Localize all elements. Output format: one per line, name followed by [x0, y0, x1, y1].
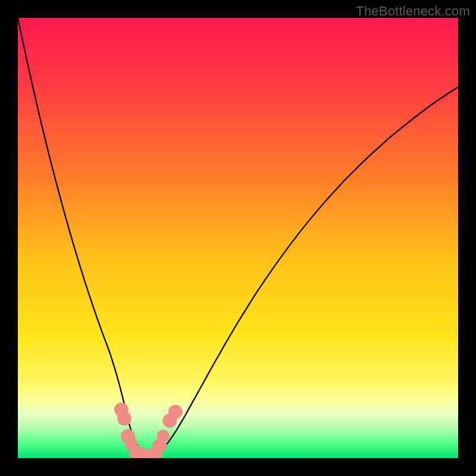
watermark-text: TheBottleneck.com	[356, 4, 470, 19]
data-marker	[117, 411, 131, 425]
chart-plot	[18, 18, 458, 458]
gradient-background	[18, 18, 458, 458]
chart-frame: TheBottleneck.com	[0, 0, 476, 476]
data-marker	[168, 405, 183, 419]
data-marker	[157, 430, 170, 442]
